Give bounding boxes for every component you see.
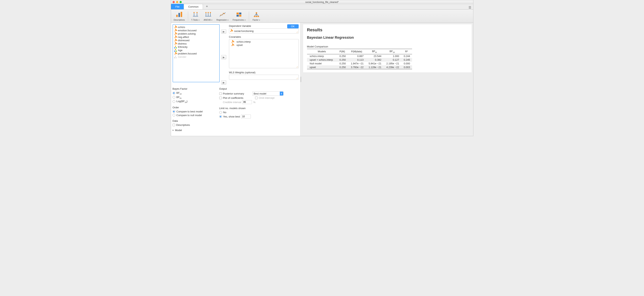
col-r2: R² <box>401 49 412 54</box>
ok-button[interactable]: OK <box>287 24 299 28</box>
resize-handle-icon <box>295 30 298 33</box>
results-title: Results <box>307 28 468 32</box>
ribbon-label: Factor▼ <box>253 19 260 21</box>
radio-compare-best[interactable]: Compare to best model <box>172 110 212 113</box>
variable-item[interactable]: neg.affect <box>173 36 219 39</box>
model-expander[interactable]: ▶Model <box>172 129 212 132</box>
radio-limit-yes[interactable]: Yes, show best <box>219 114 299 118</box>
svg-point-9 <box>208 12 209 13</box>
app-window: social_functioning_fife_cleaned* File Co… <box>171 0 473 136</box>
table-caption: Model Comparison <box>307 45 468 48</box>
variable-item[interactable]: problem.focused <box>173 52 219 55</box>
ribbon-factor[interactable]: Factor▼ <box>250 11 262 22</box>
ribbon-anova[interactable]: ANOVA▼ <box>202 11 214 22</box>
window-title: social_functioning_fife_cleaned* <box>305 1 338 4</box>
radio-bf10[interactable]: BF10 <box>172 92 212 95</box>
ribbon-label: Regression▼ <box>216 19 229 21</box>
radio-bf01[interactable]: BF01 <box>172 96 212 99</box>
ribbon-frequencies[interactable]: Frequencies▼ <box>231 11 248 22</box>
assign-covariate-button[interactable]: ▶ <box>221 55 226 59</box>
bayes-factor-heading: Bayes Factor <box>172 87 212 90</box>
variable-label: Gender <box>178 56 186 58</box>
svg-line-25 <box>255 14 257 16</box>
variable-label: neg.affect <box>178 36 189 38</box>
regression-icon <box>219 11 226 18</box>
checkbox-posterior-summary[interactable] <box>219 92 222 95</box>
dependent-value: social.functioning <box>234 30 254 32</box>
minimize-icon[interactable] <box>176 1 178 3</box>
data-heading: Data <box>172 120 212 122</box>
variable-item[interactable]: Age <box>173 48 219 52</box>
best-model-select[interactable]: Best model ▲▼ <box>252 92 284 96</box>
variable-list[interactable]: schizoemotion.focusedproblem.solvingneg.… <box>172 24 220 82</box>
scale-icon <box>174 52 178 56</box>
tab-file[interactable]: File <box>171 4 184 9</box>
variable-label: Age <box>178 49 182 52</box>
variable-item[interactable]: Gender <box>173 55 219 58</box>
results-pane: Results Bayesian Linear Regression Model… <box>302 23 473 136</box>
show-best-input[interactable] <box>241 114 251 118</box>
radio-icon <box>172 92 175 94</box>
ribbon-ttests[interactable]: T-Tests▼ <box>190 11 201 22</box>
checkbox-omit-intercept <box>255 97 258 99</box>
results-card: Results Bayesian Linear Regression Model… <box>303 24 472 72</box>
col-models: Models <box>307 49 337 54</box>
scale-icon <box>230 29 233 33</box>
covariates-label: Covariates <box>229 36 299 38</box>
radio-compare-null[interactable]: Compare to null model <box>172 114 212 117</box>
variable-item[interactable]: distressed <box>173 39 219 42</box>
ribbon: Descriptives T-Tests▼ ANOVA▼ Regression▼… <box>171 10 473 23</box>
assign-dependent-button[interactable]: ▶ <box>221 29 226 34</box>
svg-point-24 <box>256 12 258 14</box>
svg-rect-28 <box>254 16 256 17</box>
svg-rect-21 <box>239 12 241 14</box>
wls-field[interactable] <box>229 75 299 80</box>
nominal-icon <box>174 49 177 52</box>
variable-item[interactable]: distress <box>173 42 219 45</box>
close-icon[interactable] <box>172 1 175 3</box>
variable-item[interactable]: Ethnicity <box>173 45 219 48</box>
resize-handle-icon <box>295 65 298 68</box>
variable-label: distressed <box>178 39 190 42</box>
model-comparison-table: Models P(M) P(M|data) BFM BF10 R² schizo… <box>307 49 412 69</box>
covariate-item[interactable]: upset <box>230 43 298 47</box>
radio-limit-no[interactable]: No <box>219 111 299 114</box>
ribbon-descriptives[interactable]: Descriptives <box>172 11 186 22</box>
col-pmdata: P(M|data) <box>348 49 366 54</box>
options-pane: schizoemotion.focusedproblem.solvingneg.… <box>171 23 300 136</box>
ribbon-separator <box>249 12 249 21</box>
resize-handle-icon <box>295 76 298 79</box>
svg-rect-23 <box>239 14 241 16</box>
svg-point-16 <box>220 14 221 16</box>
ribbon-label: ANOVA▼ <box>204 19 213 21</box>
maximize-icon[interactable] <box>180 1 182 3</box>
variable-label: Ethnicity <box>178 46 188 48</box>
svg-line-27 <box>256 14 258 16</box>
variable-item[interactable]: problem.solving <box>173 32 219 36</box>
table-row: upset0.2503.760e −221.128e −214.239e −22… <box>307 65 412 69</box>
tabstrip: File Common + ☰ <box>171 4 473 10</box>
tab-add[interactable]: + <box>203 4 211 9</box>
posterior-summary-label: Posterior summary <box>223 92 244 95</box>
check-descriptives[interactable]: Descriptives <box>172 124 212 126</box>
credible-interval-input[interactable] <box>242 100 252 104</box>
menu-icon[interactable]: ☰ <box>468 6 471 9</box>
omit-intercept-label: Omit intercept <box>259 96 274 100</box>
radio-logbf[interactable]: Log(BF10) <box>172 100 212 103</box>
table-row: upset + schizo.interp0.2500.1130.3820.12… <box>307 58 412 62</box>
svg-rect-29 <box>256 16 258 17</box>
factor-icon <box>253 11 260 18</box>
covariates-field[interactable]: schizo.interpupset <box>229 39 299 68</box>
checkbox-plot-coef[interactable] <box>219 97 222 99</box>
ribbon-label: Frequencies▼ <box>233 19 246 21</box>
radio-icon <box>219 115 222 118</box>
assign-wls-button[interactable]: ▶ <box>221 80 226 84</box>
dependent-field[interactable]: social.functioning <box>229 28 299 34</box>
ribbon-regression[interactable]: Regression▼ <box>215 11 230 22</box>
tab-common[interactable]: Common <box>184 4 203 9</box>
svg-rect-2 <box>181 12 182 17</box>
variable-item[interactable]: schizo <box>173 26 219 29</box>
variable-item[interactable]: emotion.focused <box>173 29 219 32</box>
variable-label: schizo <box>178 26 185 28</box>
covariate-item[interactable]: schizo.interp <box>230 40 298 43</box>
